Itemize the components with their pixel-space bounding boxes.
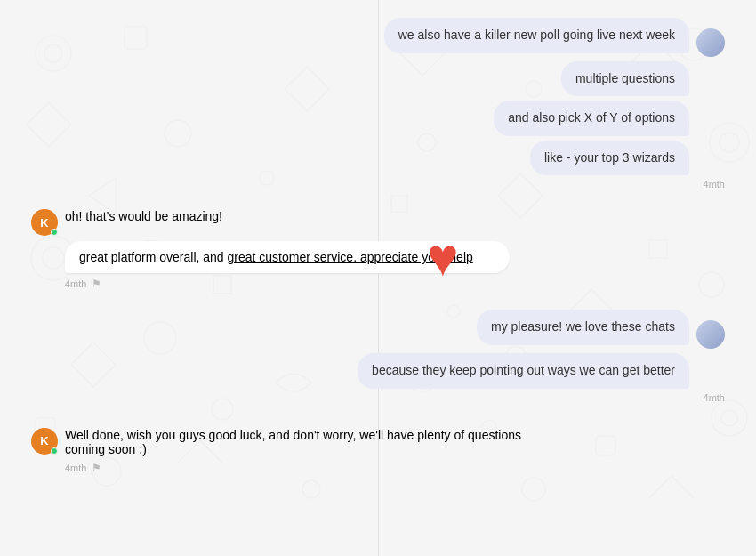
bubble-stack-1: we also have a killer new poll going liv… bbox=[384, 18, 689, 53]
timestamp: 4mth bbox=[704, 392, 738, 403]
timestamp-label: 4mth bbox=[65, 278, 86, 289]
bubble-stack-2: multiple questions and also pick X of Y … bbox=[494, 61, 738, 176]
agent-avatar bbox=[696, 320, 725, 349]
timestamp: 4mth bbox=[704, 179, 738, 189]
message-bubble: great platform overall, and great custom… bbox=[65, 241, 510, 273]
flag-icon: ⚑ bbox=[92, 278, 101, 290]
message-group-1: we also have a killer new poll going liv… bbox=[18, 18, 738, 198]
message-timestamp: 4mth ⚑ bbox=[65, 462, 738, 474]
chat-container: ♥ we also have a killer new poll going l… bbox=[0, 0, 756, 556]
message-row-9: K Well done, wish you guys good luck, an… bbox=[18, 428, 738, 456]
timestamp-area: 4mth ⚑ bbox=[18, 278, 738, 290]
message-group-2: K oh! that's would be amazing! great pla… bbox=[18, 209, 738, 290]
message-bubble: because they keep pointing out ways we c… bbox=[358, 353, 689, 389]
message-bubble: oh! that's would be amazing! bbox=[65, 209, 222, 223]
timestamp-area: 4mth ⚑ bbox=[18, 462, 738, 474]
timestamp-label: 4mth bbox=[65, 463, 86, 473]
online-indicator bbox=[51, 447, 58, 455]
agent-avatar bbox=[696, 28, 725, 57]
avatar-label: K bbox=[40, 216, 48, 230]
message-group-4: K Well done, wish you guys good luck, an… bbox=[18, 428, 738, 474]
message-bubble: we also have a killer new poll going liv… bbox=[384, 18, 689, 53]
bubble-stack-3: my pleasure! we love these chats bbox=[477, 310, 689, 345]
bubble-stack-4: because they keep pointing out ways we c… bbox=[358, 353, 738, 389]
message-timestamp: 4mth ⚑ bbox=[65, 278, 738, 290]
message-row-6: great platform overall, and great custom… bbox=[18, 241, 738, 273]
message-group-3: my pleasure! we love these chats because… bbox=[18, 310, 738, 411]
user-avatar: K bbox=[31, 209, 58, 236]
user-avatar: K bbox=[31, 428, 58, 455]
message-bubble: Well done, wish you guys good luck, and … bbox=[65, 428, 554, 456]
message-row-5: K oh! that's would be amazing! bbox=[18, 209, 738, 236]
messages-area: we also have a killer new poll going liv… bbox=[0, 0, 756, 492]
flag-icon: ⚑ bbox=[92, 462, 101, 474]
message-bubble: like - your top 3 wizards bbox=[530, 141, 689, 176]
message-bubble: and also pick X of Y of options bbox=[494, 101, 689, 136]
avatar-label: K bbox=[40, 434, 48, 447]
message-bubble: my pleasure! we love these chats bbox=[477, 310, 689, 345]
online-indicator bbox=[51, 229, 58, 236]
underlined-text: great customer service, appreciate your … bbox=[228, 250, 473, 264]
message-bubble: multiple questions bbox=[561, 61, 689, 97]
